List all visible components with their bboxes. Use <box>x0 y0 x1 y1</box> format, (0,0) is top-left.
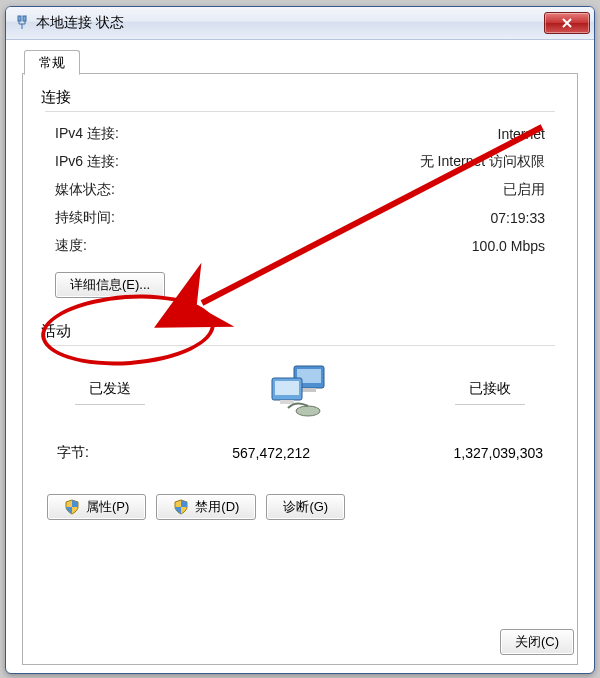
row-duration: 持续时间: 07:19:33 <box>55 204 545 232</box>
dash-right <box>455 404 525 405</box>
value-ipv4: Internet <box>498 126 545 142</box>
value-speed: 100.0 Mbps <box>472 238 545 254</box>
dash-left <box>75 404 145 405</box>
row-ipv6: IPv6 连接: 无 Internet 访问权限 <box>55 148 545 176</box>
label-duration: 持续时间: <box>55 209 115 227</box>
row-media: 媒体状态: 已启用 <box>55 176 545 204</box>
recv-label: 已接收 <box>469 380 511 398</box>
window-close-button[interactable] <box>544 12 590 34</box>
footer: 关闭(C) <box>500 629 574 655</box>
value-media: 已启用 <box>503 181 545 199</box>
disable-button-label: 禁用(D) <box>195 498 239 516</box>
tab-general[interactable]: 常规 <box>24 50 80 75</box>
svg-rect-6 <box>275 381 299 395</box>
connection-status-window: 本地连接 状态 常规 连接 IPv4 连接: Internet IPv6 连接:… <box>5 6 595 674</box>
tab-strip: 常规 <box>14 47 586 73</box>
activity-header-row: 已发送 <box>45 354 555 430</box>
label-ipv4: IPv4 连接: <box>55 125 119 143</box>
disable-button[interactable]: 禁用(D) <box>156 494 256 520</box>
network-computers-icon <box>264 364 336 420</box>
activity-section-title: 活动 <box>41 322 555 341</box>
connection-rows: IPv4 连接: Internet IPv6 连接: 无 Internet 访问… <box>45 120 555 260</box>
details-button[interactable]: 详细信息(E)... <box>55 272 165 298</box>
row-ipv4: IPv4 连接: Internet <box>55 120 545 148</box>
properties-button-label: 属性(P) <box>86 498 129 516</box>
network-adapter-icon <box>14 15 30 31</box>
value-ipv6: 无 Internet 访问权限 <box>420 153 545 171</box>
connection-section-title: 连接 <box>41 88 555 107</box>
value-duration: 07:19:33 <box>491 210 546 226</box>
properties-button[interactable]: 属性(P) <box>47 494 146 520</box>
svg-rect-7 <box>280 400 294 404</box>
sent-column: 已发送 <box>75 380 145 405</box>
bytes-recv-value: 1,327,039,303 <box>453 445 543 461</box>
bytes-row: 字节: 567,472,212 1,327,039,303 <box>45 436 555 470</box>
diagnose-button[interactable]: 诊断(G) <box>266 494 345 520</box>
label-speed: 速度: <box>55 237 87 255</box>
svg-rect-1 <box>23 16 26 21</box>
row-speed: 速度: 100.0 Mbps <box>55 232 545 260</box>
window-title: 本地连接 状态 <box>36 14 544 32</box>
bytes-sent-value: 567,472,212 <box>232 445 310 461</box>
svg-rect-0 <box>18 16 21 21</box>
action-button-row: 属性(P) 禁用(D) 诊断(G) <box>45 494 555 520</box>
client-area: 常规 连接 IPv4 连接: Internet IPv6 连接: 无 Inter… <box>14 47 586 665</box>
sent-label: 已发送 <box>89 380 131 398</box>
close-button[interactable]: 关闭(C) <box>500 629 574 655</box>
diagnose-button-label: 诊断(G) <box>283 498 328 516</box>
tab-content-general: 连接 IPv4 连接: Internet IPv6 连接: 无 Internet… <box>22 73 578 665</box>
activity-section: 活动 已发送 <box>45 322 555 470</box>
titlebar[interactable]: 本地连接 状态 <box>6 7 594 40</box>
recv-column: 已接收 <box>455 380 525 405</box>
svg-rect-4 <box>302 388 316 392</box>
separator <box>45 345 555 346</box>
details-button-wrap: 详细信息(E)... <box>55 272 555 298</box>
separator <box>45 111 555 112</box>
label-media: 媒体状态: <box>55 181 115 199</box>
svg-point-8 <box>296 406 320 416</box>
bytes-label: 字节: <box>57 444 89 462</box>
label-ipv6: IPv6 连接: <box>55 153 119 171</box>
uac-shield-icon <box>64 499 80 515</box>
uac-shield-icon <box>173 499 189 515</box>
